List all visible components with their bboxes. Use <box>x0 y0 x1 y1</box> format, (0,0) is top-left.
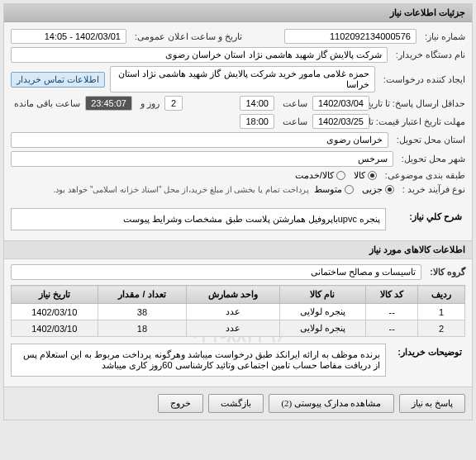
announce-field: 1402/03/01 - 14:05 <box>11 29 126 44</box>
desc-title-box: پنجره upvcباپروفیل همارشتن پلاست طبق مشخ… <box>11 208 386 230</box>
cell-code: -- <box>366 320 418 337</box>
th-unit[interactable]: واحد شمارش <box>187 286 279 304</box>
req-no-label: شماره نیاز: <box>421 31 465 42</box>
hour-label-2: ساعت <box>279 116 307 127</box>
creator-field: حمزه غلامی مامور خرید شرکت پالایش گاز شه… <box>110 66 375 92</box>
city-field: سرخس <box>11 151 393 167</box>
respond-button[interactable]: پاسخ به نیاز <box>399 394 466 413</box>
buy-medium-radio[interactable]: متوسط <box>314 184 354 195</box>
cell-qty: 38 <box>98 304 187 320</box>
radio-checked-icon <box>368 171 377 180</box>
cell-idx: 2 <box>418 320 465 337</box>
province-field: خراسان رضوی <box>11 132 388 148</box>
buy-medium-label: متوسط <box>314 184 342 195</box>
cell-unit: عدد <box>187 304 279 320</box>
contact-info-link[interactable]: اطلاعات تماس خریدار <box>11 72 105 88</box>
hour-label-1: ساعت <box>279 98 307 109</box>
group-label: گروه کالا: <box>426 267 465 277</box>
class-goods-radio[interactable]: کالا <box>354 170 377 181</box>
cell-code: -- <box>366 304 418 320</box>
th-code[interactable]: کد کالا <box>366 286 418 304</box>
req-no-field: 1102092134000576 <box>284 29 416 44</box>
resp-date-field: 1402/03/04 <box>312 96 369 111</box>
cell-date: 1402/03/10 <box>12 320 98 337</box>
items-table: ردیف کد کالا نام کالا واحد شمارش تعداد /… <box>11 285 465 337</box>
th-qty[interactable]: تعداد / مقدار <box>98 286 187 304</box>
class-radio-group: کالا کالا/خدمت <box>295 170 377 181</box>
explain-box: برنده موظف به ارائه ایرانکد طبق درخواست … <box>11 344 386 377</box>
buy-partial-label: جزیی <box>362 184 383 195</box>
creator-label: ایجاد کننده درخواست: <box>380 74 465 85</box>
cell-idx: 1 <box>418 304 465 320</box>
radio-checked-icon <box>385 185 394 194</box>
validity-label: مهلت تاریخ اعتبار قیمت: تا تاریخ: <box>374 116 465 127</box>
buy-type-radio-group: جزیی متوسط <box>314 184 394 195</box>
items-section-header: اطلاعات کالاهای مورد نیاز <box>4 240 472 259</box>
cell-date: 1402/03/10 <box>12 304 98 320</box>
cell-qty: 18 <box>98 320 187 337</box>
group-field: تاسیسات و مصالح ساختمانی <box>11 264 421 280</box>
cell-name: پنجره لولایی <box>279 304 366 320</box>
th-date[interactable]: تاریخ نیاز <box>12 286 98 304</box>
day-and-label: روز و <box>137 98 159 109</box>
validity-time-field: 18:00 <box>240 114 274 129</box>
panel-header: جزئیات اطلاعات نیاز <box>4 4 472 22</box>
announce-label: تاریخ و ساعت اعلان عمومی: <box>131 31 242 42</box>
validity-date-field: 1402/03/25 <box>312 114 369 129</box>
desc-title-label: شرح کلي نياز: <box>391 208 465 225</box>
class-goods-label: کالا <box>354 170 365 181</box>
class-service-radio[interactable]: کالا/خدمت <box>295 170 345 181</box>
buy-note: پرداخت تمام یا بخشی از مبلغ خرید،از محل … <box>50 185 309 194</box>
buy-type-label: نوع فرآیند خرید : <box>399 184 465 195</box>
city-label: شهر محل تحویل: <box>398 154 465 164</box>
th-name[interactable]: نام کالا <box>279 286 366 304</box>
days-field: 2 <box>164 96 183 111</box>
radio-icon <box>345 185 354 194</box>
resp-deadline-label: حداقل ارسال پاسخ: تا تاریخ: <box>374 98 465 109</box>
cell-unit: عدد <box>187 320 279 337</box>
buy-partial-radio[interactable]: جزیی <box>362 184 394 195</box>
resp-time-field: 14:00 <box>240 96 274 111</box>
class-label: طبقه بندی موضوعی: <box>382 170 465 181</box>
table-row[interactable]: 1 -- پنجره لولایی عدد 38 1402/03/10 <box>12 304 465 320</box>
remaining-label: ساعت باقی مانده <box>11 98 80 109</box>
buyer-field: شرکت پالایش گاز شهید هاشمی نژاد استان خر… <box>11 47 388 63</box>
countdown-field: 23:45:07 <box>85 96 132 111</box>
class-service-label: کالا/خدمت <box>295 170 334 181</box>
attachments-button[interactable]: مشاهده مدارک پیوستی (2) <box>269 394 393 413</box>
province-label: استان محل تحویل: <box>393 135 465 145</box>
back-button[interactable]: بازگشت <box>208 394 264 413</box>
exit-button[interactable]: خروج <box>158 394 203 413</box>
radio-icon <box>336 171 345 180</box>
buyer-label: نام دستگاه خریدار: <box>393 50 465 60</box>
th-row[interactable]: ردیف <box>418 286 465 304</box>
table-row[interactable]: 2 -- پنجره لولایی عدد 18 1402/03/10 <box>12 320 465 337</box>
cell-name: پنجره لولایی <box>279 320 366 337</box>
explain-label: توضیحات خریدار: <box>391 344 465 361</box>
